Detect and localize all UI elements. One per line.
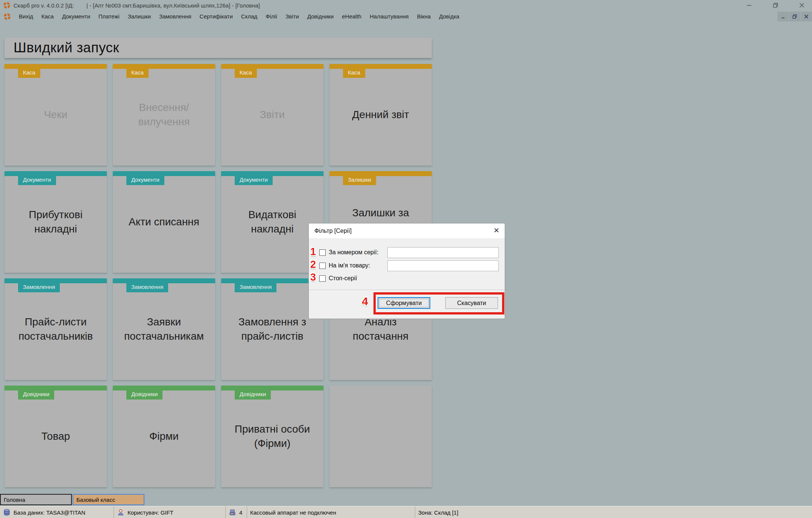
category-badge: Каса [18,68,40,78]
category-badge: Документи [235,176,273,185]
app-logo-icon [3,2,11,9]
status-cash-device: Кассовый аппарат не подключен [247,506,415,518]
title-bar: Скарб pro v. 4.0.0.2 [ІД: | - [Апт №003 … [0,0,812,11]
stop-series-checkbox[interactable] [319,275,326,282]
tile-firmy[interactable]: Довідники Фірми [113,386,215,487]
menu-item-documents[interactable]: Документи [58,11,94,21]
app-logo-icon-small [3,13,11,20]
menu-item-directories[interactable]: Довідники [303,11,338,21]
tile-dennyi-zvit[interactable]: Каса Денний звіт [329,64,432,166]
menu-item-orders[interactable]: Замовлення [155,11,195,21]
tile-pryvatni-osoby[interactable]: Довідники Приватні особи (Фірми) [221,386,323,487]
tile-cheky[interactable]: Каса Чеки [5,64,107,166]
form-button[interactable]: Сформувати [378,297,430,309]
annotation-2: 2 [310,259,316,270]
category-badge: Каса [126,68,149,78]
cancel-button[interactable]: Скасувати [445,297,498,309]
tile-prybutkovi-nakladni[interactable]: Документи Прибуткові накладні [5,171,107,273]
page-title: Швидкий запуск [5,38,432,58]
menu-item-payments[interactable]: Платежі [94,11,124,21]
menu-item-warehouse[interactable]: Склад [237,11,261,21]
menu-item-help[interactable]: Довідка [435,11,463,21]
category-badge: Довідники [18,390,54,400]
annotation-4: 4 [362,295,368,308]
menu-item-settings[interactable]: Налаштування [366,11,413,21]
window-title: Скарб pro v. 4.0.0.2 [ІД: | - [Апт №003 … [14,2,260,9]
menu-item-windows[interactable]: Вікна [413,11,435,21]
status-zone: Зона: Склад [1] [415,506,510,518]
category-badge: Залишки [343,176,376,185]
tab-bazovyi-klass[interactable]: Базовый класс [73,494,144,505]
product-name-input[interactable] [387,260,499,271]
menu-item-kasa[interactable]: Каса [37,11,58,21]
category-badge: Замовлення [126,283,168,292]
product-name-label: На ім'я товару: [329,262,370,269]
series-number-label: За номером серії: [329,249,378,256]
dialog-separator [309,290,505,290]
menu-item-stock[interactable]: Залишки [124,11,155,21]
tab-holovna[interactable]: Головна [0,494,72,505]
tile-zaiavky-postachalnykam[interactable]: Замовлення Заявки постачальникам [113,278,215,380]
database-icon [3,509,11,516]
status-cash-count: 4 [226,506,247,518]
menu-item-branches[interactable]: Філії [261,11,281,21]
tile-prais-lysty-postachalnykiv[interactable]: Замовлення Прайс-листи постачальників [5,278,107,380]
menu-bar: Вихід Каса Документи Платежі Залишки Зам… [0,11,812,22]
annotation-3: 3 [310,272,316,283]
product-name-checkbox[interactable] [319,263,326,269]
dialog-title-bar: Фільтр [Серії] [309,223,505,239]
tile-tovar[interactable]: Довідники Товар [5,386,107,487]
bottom-tab-bar: Головна Базовый класс [0,494,812,505]
minimize-icon[interactable] [746,2,753,9]
menu-item-certificates[interactable]: Сертифікати [196,11,237,21]
cash-register-icon [229,509,236,516]
menu-item-exit[interactable]: Вихід [15,11,37,21]
mdi-restore-icon[interactable] [789,12,800,21]
menu-item-reports[interactable]: Звіти [281,11,303,21]
status-bar: База даних: TASA3@TITAN Користувач: GIFT… [0,506,812,518]
category-badge: Документи [18,176,56,185]
series-number-checkbox[interactable] [319,249,326,256]
annotation-1: 1 [310,246,316,258]
category-badge: Довідники [235,390,271,400]
mdi-close-icon[interactable] [801,12,812,21]
category-badge: Каса [343,68,365,78]
status-database: База даних: TASA3@TITAN [0,506,114,518]
category-badge: Замовлення [235,283,276,292]
mdi-minimize-icon[interactable] [777,12,789,21]
status-user: Користувач: GIFT [114,506,226,518]
dialog-close-icon[interactable]: ✕ [493,227,499,234]
tile-akty-spysannia[interactable]: Документи Акти списання [113,171,215,273]
category-badge: Замовлення [18,283,60,292]
category-badge: Документи [126,176,164,185]
dialog-title: Фільтр [Серії] [314,228,352,234]
close-icon[interactable] [798,2,805,9]
tile-vnesennia-vyluchennia[interactable]: Каса Внесення/вилучення [113,64,215,166]
tile-empty [329,386,432,487]
filter-series-dialog: Фільтр [Серії] ✕ 1 2 3 За номером серії:… [308,223,505,319]
restore-icon[interactable] [772,2,779,9]
stop-series-label: Стоп-серії [329,275,357,282]
user-icon [117,509,124,516]
series-number-input[interactable] [387,247,499,258]
menu-item-ehealth[interactable]: eHealth [338,11,366,21]
category-badge: Каса [235,68,257,78]
tile-zvity[interactable]: Каса Звіти [221,64,323,166]
category-badge: Довідники [126,390,162,400]
